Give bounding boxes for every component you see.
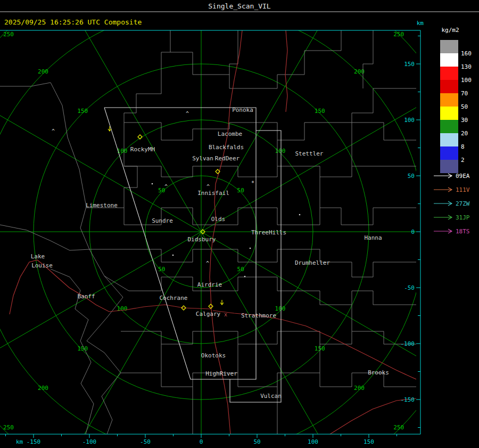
right-axis-tick-label: -150	[401, 396, 415, 403]
radar-site-id: 111V	[456, 186, 470, 193]
bottom-axis-tick-label: 150	[364, 438, 374, 445]
scale-swatch	[440, 107, 458, 120]
bottom-axis-tick-label: -150	[27, 438, 41, 445]
scale-value-label: 50	[461, 103, 468, 110]
city-label: Vulcan	[260, 393, 282, 400]
town-dot-marker	[172, 255, 174, 256]
city-label: Brooks	[368, 369, 389, 376]
city-label: Hanna	[364, 234, 382, 241]
city-label: Louise	[31, 262, 53, 269]
range-ring-label: 100	[117, 148, 128, 154]
town-dot-marker	[299, 214, 301, 216]
range-ring-label: 150	[315, 108, 325, 115]
scale-swatch	[440, 146, 458, 160]
range-ring-label: 100	[275, 305, 286, 312]
city-label: Lake	[31, 253, 45, 260]
scale-swatch	[440, 67, 458, 80]
city-label: HighRiver	[205, 370, 237, 377]
right-axis-tick-label: 100	[404, 117, 415, 124]
scale-swatch	[440, 80, 458, 93]
right-axis-tick-label: -50	[404, 284, 415, 291]
range-ring-label: 150	[77, 345, 88, 352]
city-label: Stettler	[295, 150, 324, 157]
city-label: Didsbury	[188, 236, 216, 243]
range-ring-label: 50	[237, 266, 244, 273]
scale-swatch	[440, 53, 458, 67]
city-label: Drumheller	[295, 259, 331, 266]
radar-viewer-window: Single_Scan_VIL 2025/09/25 16:25:26 UTC …	[0, 0, 479, 448]
timestamp-label: 2025/09/25 16:25:26 UTC Composite	[4, 18, 142, 26]
axis-unit-top: km	[417, 20, 424, 27]
right-axis-tick-label: 150	[404, 61, 415, 68]
town-dot-marker	[244, 276, 246, 278]
town-glyph-marker: ^	[206, 260, 209, 266]
window-title: Single_Scan_VIL	[208, 2, 271, 10]
bottom-axis-tick-label: -50	[140, 438, 151, 445]
city-label: Sundre	[152, 217, 173, 224]
city-label: ThreeHills	[251, 229, 286, 236]
city-label: RedDeer	[215, 155, 240, 162]
city-label: RockyMH	[130, 146, 155, 153]
radar-site-id: 27ZW	[456, 200, 470, 207]
range-ring-label: 200	[38, 68, 48, 75]
right-axis-tick-label: -100	[401, 340, 415, 347]
range-ring-label: 150	[77, 108, 88, 115]
city-label: Olds	[211, 216, 226, 223]
range-ring-label: 250	[3, 31, 14, 38]
scale-value-label: 8	[461, 143, 465, 150]
town-glyph-marker: ^	[164, 184, 168, 190]
city-label: Blackfalds	[209, 144, 244, 151]
town-glyph-marker: x	[224, 312, 227, 317]
city-label: Lacombe	[218, 131, 242, 137]
scale-swatch	[440, 93, 458, 107]
range-ring-label: 100	[117, 305, 128, 312]
bottom-axis-tick-label: 100	[308, 438, 318, 445]
range-ring-label: 250	[393, 424, 404, 431]
town-glyph-marker: ^	[52, 128, 55, 134]
scale-value-label: 100	[461, 77, 472, 84]
right-axis-tick-label: 0	[411, 229, 415, 235]
town-glyph-marker: ^	[186, 111, 189, 117]
range-ring-label: 200	[38, 385, 48, 392]
range-ring-label: 250	[393, 31, 404, 38]
scale-value-label: 20	[461, 130, 468, 137]
scale-value-label: 30	[461, 117, 468, 124]
legend-unit-label: kg/m2	[441, 27, 459, 34]
range-ring-label: 50	[158, 266, 165, 273]
town-glyph-marker: *	[251, 180, 254, 186]
range-ring-label: 50	[237, 187, 244, 194]
scale-swatch	[440, 160, 458, 173]
town-dot-marker	[250, 248, 251, 249]
town-glyph-marker: ^	[207, 184, 210, 190]
scale-swatch	[440, 133, 458, 146]
scale-swatch	[440, 40, 458, 53]
scale-swatch	[440, 120, 458, 133]
city-label: Calgary	[196, 311, 221, 317]
right-axis-tick-label: 50	[408, 173, 415, 180]
city-label: Innisfail	[197, 190, 229, 197]
bottom-axis-tick-label: -100	[82, 438, 97, 445]
city-label: Cochrane	[160, 295, 188, 302]
scale-value-label: 70	[461, 90, 468, 97]
city-label: Ponoka	[232, 107, 253, 113]
city-label: Okotoks	[201, 352, 226, 359]
town-dot-marker	[152, 183, 153, 185]
city-label: Sylvan	[192, 155, 213, 162]
city-label: Airdrie	[197, 281, 222, 288]
range-ring-label: 250	[3, 424, 14, 431]
scale-value-label: 130	[461, 63, 472, 70]
bottom-axis-tick-label: 0	[200, 438, 203, 445]
city-label: Banff	[77, 293, 95, 300]
city-label: Strathmore	[241, 312, 276, 319]
radar-site-id: 18TS	[456, 228, 470, 235]
city-label: Limestone	[86, 202, 118, 209]
scale-value-label: 160	[461, 50, 472, 57]
range-ring-label: 100	[275, 148, 286, 154]
range-ring-label: 200	[354, 385, 365, 392]
radar-site-id: 09EA	[456, 173, 470, 180]
radar-site-id: 31JP	[456, 214, 470, 221]
axis-unit-bottom: km	[16, 438, 23, 445]
scale-value-label: 2	[461, 157, 465, 164]
bottom-axis-tick-label: 50	[253, 438, 260, 445]
